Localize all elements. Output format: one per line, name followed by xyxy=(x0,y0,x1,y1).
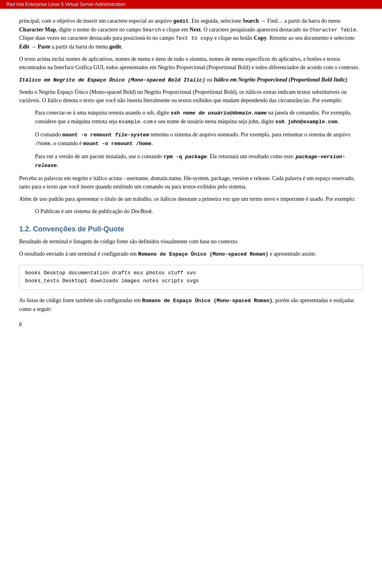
ind1-bold-italic: nome do usuário@domain.name xyxy=(183,110,267,116)
para1-rest8: a partir da barra do menu xyxy=(51,44,109,50)
page-content: principal, com o objetivo de inserir um … xyxy=(0,9,382,343)
para1-gedit2: gedit xyxy=(109,44,121,50)
paragraph-8: O resultado enviado à um terminal é conf… xyxy=(19,250,363,258)
para1-gedit: gedit xyxy=(173,18,189,24)
indented-block-2: O comando mount -o remount file-system r… xyxy=(35,130,363,147)
para1-text: principal, com o objetivo de inserir um … xyxy=(19,18,173,24)
para9-bold-code: Romano de Espaço Único (Mono-spaced Roma… xyxy=(142,298,273,304)
ind1-code: ssh xyxy=(171,110,183,116)
indented-block-1: Para conectar-se à uma máquina remota us… xyxy=(35,109,363,126)
terminal-line-2: books_tests Desktop1 downloads images no… xyxy=(25,277,357,285)
ind3-post: . Ele retornará um resultado como este: xyxy=(207,153,296,159)
paragraph-3: Itálico em Negrito de Espaço Único (Mono… xyxy=(19,76,363,84)
para1-rest6: e clique no botão xyxy=(213,35,254,41)
para3-italic-bold2: Itálico em Negrito Proporcional (Proport… xyxy=(214,77,347,83)
para1-edit: Edit xyxy=(19,44,29,50)
top-bar: Red Hat Enterprise Linux 5 Virtual Serve… xyxy=(0,0,382,9)
para1-rest: . Em seguida, selecione xyxy=(189,18,242,24)
paragraph-7: Resultado de terminal e listagem de códi… xyxy=(19,237,363,246)
para1-end: . xyxy=(121,44,123,50)
ind2-bold-italic: file-system xyxy=(115,132,149,138)
para1-copy: Copy xyxy=(254,35,267,41)
indented-para-2: O comando mount -o remount file-system r… xyxy=(35,130,363,147)
ind4-italic: DocBook xyxy=(131,208,152,214)
ind3-pre: Para ver a versão de um pacote instalado… xyxy=(35,153,164,159)
para1-dot: . O caractere pesquisado aparecerá desta… xyxy=(201,27,310,33)
indented-block-4: O Publican é um sistema de publicação do… xyxy=(35,207,363,215)
indented-para-3: Para ver a versão de um pacote instalado… xyxy=(35,152,363,169)
para8-bold-code: Romano de Espaço Único (Mono-spaced Roma… xyxy=(138,251,269,257)
ind4-text: O Publican é um sistema de publicação do xyxy=(35,208,131,214)
ind3-code: rpm -q xyxy=(164,154,185,160)
ind1-code2: example.com xyxy=(119,119,153,125)
ind1-post2: e seu nome de usuário nesta máquina seja… xyxy=(153,118,275,124)
terminal-box: books Desktop documentation drafts mss p… xyxy=(19,265,363,290)
page-number: 6 xyxy=(19,321,363,327)
ind2-post2: , o comando é xyxy=(51,140,83,146)
paragraph-2: O texto acima inclui nomes de aplicativo… xyxy=(19,55,363,72)
ind2-post: remonta o sistema de arquivo nomeado. Po… xyxy=(149,132,350,138)
ind3-italic: package xyxy=(185,154,207,160)
section-heading-1-2: 1.2. Convenções de Pull-Quote xyxy=(19,225,363,233)
ind2-code: mount -o remount xyxy=(62,132,115,138)
para9-pre: As listas de código fonte também são con… xyxy=(19,297,142,303)
para3-middle: ou xyxy=(205,77,214,83)
para1-charmap: Character Map xyxy=(19,27,56,33)
ind2-code3: mount -o remount /home xyxy=(83,141,152,147)
paragraph-5: Perceba as palavras em negrito e itálico… xyxy=(19,174,363,191)
para1-rest3: , digite o nome do caractere no campo xyxy=(56,27,142,33)
para1-rest7: . Retorne ao seu documento e selecione xyxy=(267,35,355,41)
ind4-end: . xyxy=(152,208,153,214)
ind1-code3: ssh john@example.com xyxy=(275,119,337,125)
para3-italic-bold1: Itálico em Negrito de Espaço Único (Mono… xyxy=(19,77,205,83)
paragraph-4: Sendo o Negrito Espaço Único (Mono-space… xyxy=(19,88,363,105)
indented-para-1: Para conectar-se à uma máquina remota us… xyxy=(35,109,363,126)
ind2-end: . xyxy=(152,140,153,146)
para1-code1: Search xyxy=(142,27,161,33)
ind2-code2: /home xyxy=(35,141,51,147)
para1-rest2: a partir da barra do menu xyxy=(283,18,341,24)
para1-chartable: Character Table xyxy=(310,27,356,33)
paragraph-6: Além de uso padrão para apresentar o tít… xyxy=(19,195,363,203)
para1-rest4: e clique em xyxy=(161,27,190,33)
paragraph-1: principal, com o objetivo de inserir um … xyxy=(19,17,363,51)
para1-search: Search xyxy=(243,18,259,24)
para1-arrow: → Find… xyxy=(259,18,283,24)
para1-textcopy: Text to copy xyxy=(175,35,213,41)
terminal-line-1: books Desktop documentation drafts mss p… xyxy=(25,269,357,278)
para8-pre: O resultado enviado à um terminal é conf… xyxy=(19,251,138,257)
ind1-pre: Para conectar-se à uma máquina remota us… xyxy=(35,110,171,116)
top-bar-title: Red Hat Enterprise Linux 5 Virtual Serve… xyxy=(6,2,125,7)
paragraph-9: As listas de código fonte também são con… xyxy=(19,296,363,313)
indented-block-3: Para ver a versão de um pacote instalado… xyxy=(35,152,363,169)
ind3-end: . xyxy=(57,162,58,168)
para8-post: e apresentado assim: xyxy=(269,251,316,257)
ind2-pre: O comando xyxy=(35,132,62,138)
ind1-end: . xyxy=(337,118,339,124)
para1-arrow2: → Paste xyxy=(29,44,51,50)
indented-para-4: O Publican é um sistema de publicação do… xyxy=(35,207,363,215)
para1-next: Next xyxy=(189,27,201,33)
